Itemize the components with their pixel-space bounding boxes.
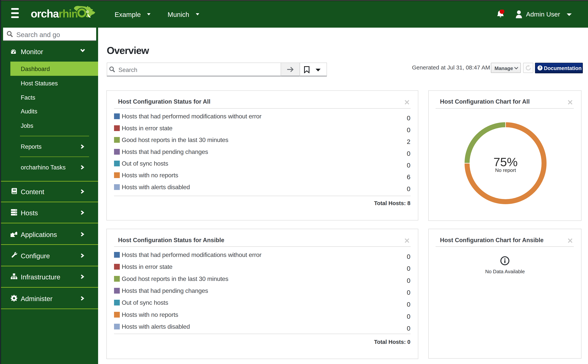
svg-text:?: ? [539, 66, 541, 70]
